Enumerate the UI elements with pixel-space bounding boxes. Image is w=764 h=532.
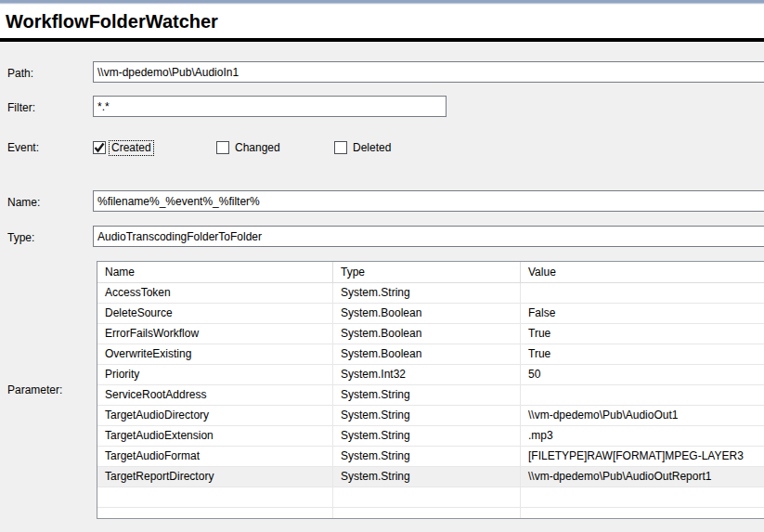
table-row[interactable]: OverwriteExistingSystem.BooleanTrue	[97, 344, 764, 365]
table-cell	[97, 508, 333, 519]
checkbox-created-box[interactable]	[93, 141, 106, 154]
checkbox-created[interactable]: Created	[93, 140, 153, 155]
table-cell	[521, 283, 764, 303]
path-label: Path:	[7, 67, 33, 80]
table-cell	[521, 508, 764, 519]
table-cell: ErrorFailsWorkflow	[97, 324, 333, 344]
path-input[interactable]	[93, 61, 764, 83]
table-cell: AccessToken	[97, 283, 333, 303]
filter-label: Filter:	[7, 101, 35, 114]
table-cell: ServiceRootAddress	[97, 385, 333, 405]
checkbox-changed[interactable]: Changed	[216, 140, 282, 155]
table-cell: System.String	[333, 406, 521, 425]
table-cell: True	[521, 324, 764, 344]
column-header-type[interactable]: Type	[333, 262, 521, 282]
column-header-value[interactable]: Value	[521, 262, 764, 282]
parameter-table-body: AccessTokenSystem.StringDeleteSourceSyst…	[97, 283, 764, 519]
table-cell: TargetAudioFormat	[97, 447, 333, 466]
workflow-folder-watcher-window: WorkflowFolderWatcher Path: Filter: Even…	[0, 0, 764, 532]
table-row[interactable]: ErrorFailsWorkflowSystem.BooleanTrue	[97, 324, 764, 344]
table-cell	[521, 487, 764, 507]
checkbox-deleted[interactable]: Deleted	[334, 140, 393, 155]
checkbox-created-label: Created	[110, 141, 153, 155]
table-row[interactable]: DeleteSourceSystem.BooleanFalse	[97, 304, 764, 324]
name-label: Name:	[7, 196, 40, 209]
table-cell: Priority	[97, 365, 333, 384]
table-cell: System.String	[333, 426, 521, 446]
table-row[interactable]: TargetReportDirectorySystem.String\\vm-d…	[97, 467, 764, 487]
table-cell: System.Int32	[333, 365, 521, 384]
title-band: WorkflowFolderWatcher	[0, 5, 764, 38]
table-cell: DeleteSource	[97, 304, 333, 323]
title-underline	[0, 38, 764, 42]
table-cell: System.String	[333, 283, 521, 303]
event-label: Event:	[7, 141, 39, 154]
table-cell: [FILETYPE]RAW[FORMAT]MPEG-LAYER3	[521, 447, 764, 466]
table-cell: False	[521, 304, 764, 323]
table-cell: System.Boolean	[333, 344, 521, 364]
table-cell	[333, 508, 521, 519]
table-row[interactable]: AccessTokenSystem.String	[97, 283, 764, 304]
table-cell: System.Boolean	[333, 324, 521, 344]
table-cell: System.String	[333, 467, 521, 487]
checkbox-deleted-box[interactable]	[334, 141, 347, 154]
table-cell: OverwriteExisting	[97, 344, 333, 364]
table-cell: .mp3	[521, 426, 764, 446]
parameter-label: Parameter:	[7, 383, 62, 396]
checkbox-deleted-label: Deleted	[351, 141, 393, 155]
checkbox-changed-label: Changed	[233, 141, 282, 155]
table-row[interactable]: TargetAudioDirectorySystem.String\\vm-dp…	[97, 406, 764, 426]
table-row[interactable]	[97, 508, 764, 519]
table-row[interactable]: ServiceRootAddressSystem.String	[97, 385, 764, 406]
table-row[interactable]: TargetAudioExtensionSystem.String.mp3	[97, 426, 764, 447]
column-header-name[interactable]: Name	[97, 262, 333, 282]
table-cell: System.String	[333, 447, 521, 466]
table-row[interactable]: PrioritySystem.Int3250	[97, 365, 764, 385]
table-cell: System.String	[333, 385, 521, 405]
type-label: Type:	[7, 231, 34, 244]
table-row[interactable]	[97, 487, 764, 508]
type-input[interactable]	[93, 226, 764, 247]
checkmark-icon	[94, 142, 105, 153]
table-cell: 50	[521, 365, 764, 384]
table-cell	[333, 487, 521, 507]
page-title: WorkflowFolderWatcher	[0, 5, 764, 38]
table-cell: \\vm-dpedemo\Pub\AudioOutReport1	[521, 467, 764, 487]
table-cell: TargetReportDirectory	[97, 467, 333, 487]
checkbox-changed-box[interactable]	[216, 141, 229, 154]
parameter-table[interactable]: Name Type Value AccessTokenSystem.String…	[97, 261, 764, 519]
table-cell: TargetAudioExtension	[97, 426, 333, 446]
parameter-table-header: Name Type Value	[97, 262, 764, 283]
table-cell: TargetAudioDirectory	[97, 406, 333, 425]
table-cell: True	[521, 344, 764, 364]
table-cell	[97, 487, 333, 507]
table-cell: System.Boolean	[333, 304, 521, 323]
name-input[interactable]	[93, 190, 764, 212]
table-cell	[521, 385, 764, 405]
table-row[interactable]: TargetAudioFormatSystem.String[FILETYPE]…	[97, 447, 764, 467]
table-cell: \\vm-dpedemo\Pub\AudioOut1	[521, 406, 764, 425]
top-accent-bar	[0, 0, 764, 4]
filter-input[interactable]	[93, 96, 447, 117]
